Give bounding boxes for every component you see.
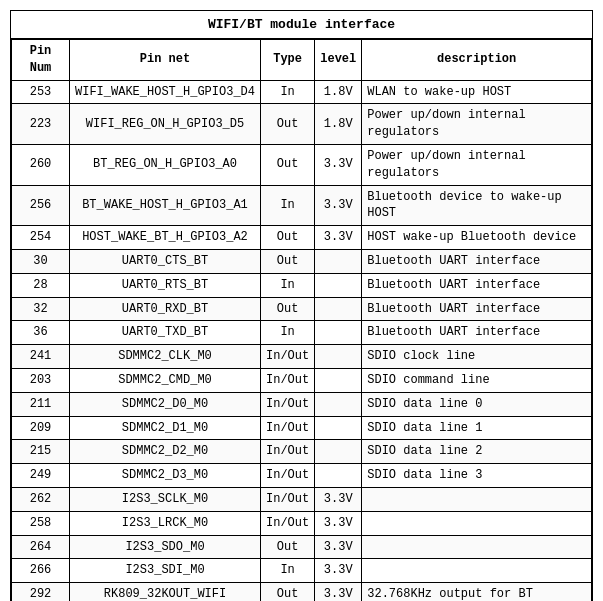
cell-type: In/Out — [261, 345, 315, 369]
cell-pin-num: 260 — [12, 144, 70, 185]
table-row: 262I2S3_SCLK_M0In/Out3.3V — [12, 487, 592, 511]
cell-pin-num: 209 — [12, 416, 70, 440]
table-row: 254HOST_WAKE_BT_H_GPIO3_A2Out3.3VHOST wa… — [12, 226, 592, 250]
cell-level — [315, 440, 362, 464]
table-row: 264I2S3_SDO_M0Out3.3V — [12, 535, 592, 559]
cell-pin-num: 211 — [12, 392, 70, 416]
cell-pin-num: 30 — [12, 249, 70, 273]
cell-description: Bluetooth device to wake-up HOST — [362, 185, 592, 226]
cell-pin-net: I2S3_SCLK_M0 — [69, 487, 260, 511]
cell-type: Out — [261, 144, 315, 185]
table-row: 28UART0_RTS_BTInBluetooth UART interface — [12, 273, 592, 297]
cell-type: In — [261, 321, 315, 345]
cell-pin-net: SDMMC2_D3_M0 — [69, 464, 260, 488]
cell-description: SDIO data line 2 — [362, 440, 592, 464]
cell-pin-num: 36 — [12, 321, 70, 345]
cell-description — [362, 559, 592, 583]
cell-type: In/Out — [261, 487, 315, 511]
cell-description: Bluetooth UART interface — [362, 297, 592, 321]
cell-level — [315, 345, 362, 369]
cell-level — [315, 249, 362, 273]
cell-type: In/Out — [261, 368, 315, 392]
cell-pin-net: UART0_TXD_BT — [69, 321, 260, 345]
cell-description: Bluetooth UART interface — [362, 249, 592, 273]
cell-pin-net: SDMMC2_D2_M0 — [69, 440, 260, 464]
cell-description: WLAN to wake-up HOST — [362, 80, 592, 104]
cell-pin-num: 253 — [12, 80, 70, 104]
col-level: level — [315, 40, 362, 81]
cell-pin-num: 241 — [12, 345, 70, 369]
cell-pin-num: 203 — [12, 368, 70, 392]
cell-type: In — [261, 185, 315, 226]
cell-pin-num: 264 — [12, 535, 70, 559]
cell-pin-net: I2S3_LRCK_M0 — [69, 511, 260, 535]
table-header-row: Pin Num Pin net Type level description — [12, 40, 592, 81]
table-row: 30UART0_CTS_BTOutBluetooth UART interfac… — [12, 249, 592, 273]
cell-type: Out — [261, 226, 315, 250]
table-row: 260BT_REG_ON_H_GPIO3_A0Out3.3VPower up/d… — [12, 144, 592, 185]
table-row: 32UART0_RXD_BTOutBluetooth UART interfac… — [12, 297, 592, 321]
cell-pin-net: BT_REG_ON_H_GPIO3_A0 — [69, 144, 260, 185]
table-row: 253WIFI_WAKE_HOST_H_GPIO3_D4In1.8VWLAN t… — [12, 80, 592, 104]
cell-pin-net: SDMMC2_CLK_M0 — [69, 345, 260, 369]
cell-description: HOST wake-up Bluetooth device — [362, 226, 592, 250]
table-row: 249SDMMC2_D3_M0In/OutSDIO data line 3 — [12, 464, 592, 488]
cell-pin-net: RK809_32KOUT_WIFI — [69, 583, 260, 601]
cell-description: SDIO data line 1 — [362, 416, 592, 440]
cell-pin-num: 223 — [12, 104, 70, 145]
cell-type: In/Out — [261, 440, 315, 464]
cell-pin-num: 258 — [12, 511, 70, 535]
table-row: 266I2S3_SDI_M0In3.3V — [12, 559, 592, 583]
wifi-bt-table-container: WIFI/BT module interface Pin Num Pin net… — [10, 10, 593, 601]
table-row: 241SDMMC2_CLK_M0In/OutSDIO clock line — [12, 345, 592, 369]
table-row: 223WIFI_REG_ON_H_GPIO3_D5Out1.8VPower up… — [12, 104, 592, 145]
cell-level — [315, 368, 362, 392]
cell-type: In — [261, 273, 315, 297]
cell-description: SDIO clock line — [362, 345, 592, 369]
cell-type: In/Out — [261, 511, 315, 535]
cell-description — [362, 511, 592, 535]
cell-level: 1.8V — [315, 104, 362, 145]
table-title: WIFI/BT module interface — [11, 11, 592, 39]
cell-pin-num: 215 — [12, 440, 70, 464]
cell-level: 3.3V — [315, 185, 362, 226]
cell-type: Out — [261, 297, 315, 321]
table-row: 256BT_WAKE_HOST_H_GPIO3_A1In3.3VBluetoot… — [12, 185, 592, 226]
cell-pin-net: WIFI_REG_ON_H_GPIO3_D5 — [69, 104, 260, 145]
cell-type: In — [261, 80, 315, 104]
cell-pin-net: SDMMC2_D0_M0 — [69, 392, 260, 416]
table-row: 292RK809_32KOUT_WIFIOut3.3V32.768KHz out… — [12, 583, 592, 601]
cell-pin-net: UART0_RXD_BT — [69, 297, 260, 321]
cell-level — [315, 273, 362, 297]
cell-pin-net: UART0_RTS_BT — [69, 273, 260, 297]
cell-type: In/Out — [261, 464, 315, 488]
cell-description: Bluetooth UART interface — [362, 273, 592, 297]
table-row: 215SDMMC2_D2_M0In/OutSDIO data line 2 — [12, 440, 592, 464]
cell-type: Out — [261, 583, 315, 601]
cell-pin-num: 266 — [12, 559, 70, 583]
cell-pin-net: SDMMC2_D1_M0 — [69, 416, 260, 440]
cell-description — [362, 535, 592, 559]
cell-pin-num: 249 — [12, 464, 70, 488]
cell-pin-num: 254 — [12, 226, 70, 250]
col-pin-net: Pin net — [69, 40, 260, 81]
cell-pin-net: WIFI_WAKE_HOST_H_GPIO3_D4 — [69, 80, 260, 104]
table-row: 36UART0_TXD_BTInBluetooth UART interface — [12, 321, 592, 345]
cell-pin-num: 32 — [12, 297, 70, 321]
cell-level: 3.3V — [315, 559, 362, 583]
cell-pin-net: I2S3_SDO_M0 — [69, 535, 260, 559]
cell-description — [362, 487, 592, 511]
cell-type: Out — [261, 249, 315, 273]
cell-level — [315, 416, 362, 440]
cell-pin-num: 256 — [12, 185, 70, 226]
cell-level — [315, 297, 362, 321]
cell-type: Out — [261, 104, 315, 145]
cell-pin-net: I2S3_SDI_M0 — [69, 559, 260, 583]
cell-level: 3.3V — [315, 487, 362, 511]
cell-level: 3.3V — [315, 144, 362, 185]
cell-level: 3.3V — [315, 511, 362, 535]
cell-level — [315, 392, 362, 416]
cell-description: 32.768KHz output for BT — [362, 583, 592, 601]
table-row: 211SDMMC2_D0_M0In/OutSDIO data line 0 — [12, 392, 592, 416]
col-pin-num: Pin Num — [12, 40, 70, 81]
